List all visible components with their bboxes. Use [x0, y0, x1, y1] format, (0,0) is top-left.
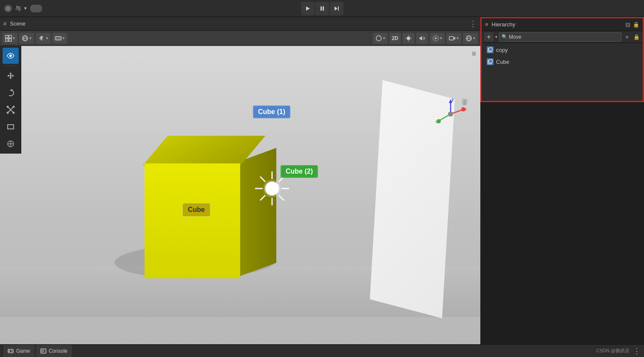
- svg-line-36: [260, 195, 265, 200]
- copy-cube-icon: [487, 46, 494, 53]
- svg-marker-0: [306, 6, 310, 11]
- game-tab-label: Game: [16, 348, 30, 354]
- svg-point-75: [11, 351, 12, 352]
- svg-rect-25: [449, 37, 454, 40]
- hierarchy-expand-icon[interactable]: ⊟: [625, 21, 630, 28]
- toolbar-audio-btn[interactable]: [416, 33, 428, 44]
- tool-rotate[interactable]: [3, 85, 19, 101]
- step-button[interactable]: [330, 2, 343, 15]
- svg-text:Y: Y: [435, 120, 438, 124]
- hierarchy-list: copy Cube: [482, 43, 643, 101]
- svg-rect-8: [9, 39, 11, 41]
- tool-move[interactable]: [3, 68, 19, 84]
- hierarchy-dropdown-arrow[interactable]: ▾: [495, 34, 497, 39]
- svg-point-54: [9, 54, 12, 57]
- toolbar-globe-btn[interactable]: ▾: [463, 33, 478, 44]
- cube2-label: Cube (2): [281, 165, 318, 178]
- toolbar-effects-btn[interactable]: ▾: [430, 33, 445, 44]
- hierarchy-lock-icon[interactable]: 🔒: [633, 22, 639, 28]
- console-tab-label: Console: [49, 348, 68, 354]
- toolbar-grid-btn[interactable]: ▾: [19, 33, 34, 44]
- play-button[interactable]: [301, 2, 315, 15]
- tool-rect[interactable]: [3, 119, 19, 135]
- svg-point-22: [435, 37, 437, 39]
- scene-title: Scene: [10, 20, 26, 27]
- scene-viewport[interactable]: Cube Cube (1) Cube (2) Z X Y: [0, 46, 480, 344]
- scene-panel: # Scene ⋮ ▾ ▾: [0, 17, 480, 344]
- hierarchy-header: ≡ Hierarchy ⊟ 🔒: [482, 18, 643, 31]
- svg-point-62: [12, 112, 14, 114]
- game-tab[interactable]: Game: [3, 345, 34, 357]
- svg-text:X: X: [464, 107, 467, 111]
- svg-marker-3: [335, 6, 338, 11]
- svg-rect-63: [8, 125, 14, 129]
- account-dropdown[interactable]: ▾: [24, 6, 27, 11]
- svg-point-58: [6, 112, 9, 114]
- cloud-icon[interactable]: [30, 5, 42, 12]
- account-icon[interactable]: ⊙: [4, 5, 12, 12]
- cube1-label: Cube (1): [253, 106, 290, 118]
- pause-button[interactable]: [315, 2, 329, 15]
- cube-label: Cube: [183, 203, 210, 216]
- svg-rect-6: [9, 35, 11, 38]
- scene-more-button[interactable]: ⋮: [469, 19, 477, 29]
- svg-point-56: [12, 106, 14, 108]
- svg-rect-2: [323, 6, 324, 11]
- tool-scale[interactable]: [3, 102, 19, 118]
- svg-line-33: [260, 177, 265, 182]
- tool-eye[interactable]: [3, 48, 19, 64]
- hierarchy-title: Hierarchy: [492, 21, 623, 28]
- bottom-bar: Game Console CSDN @鹏易灵 ⋮: [0, 344, 644, 357]
- svg-rect-1: [321, 6, 322, 11]
- toolbar-transform-btn[interactable]: ▾: [36, 33, 51, 44]
- scene-gizmo[interactable]: Z X Y: [434, 97, 468, 131]
- watermark: CSDN @鹏易灵: [596, 348, 630, 354]
- svg-text:Z: Z: [451, 98, 454, 102]
- svg-point-47: [448, 111, 453, 117]
- top-bar: ⊙ 与 ▾: [0, 0, 644, 17]
- hierarchy-toolbar: + ▾ 🔍 × 🔒: [482, 31, 643, 43]
- console-tab[interactable]: Console: [36, 345, 72, 357]
- toolbar-snap-btn[interactable]: ▾: [52, 33, 67, 44]
- hierarchy-panel: ≡ Hierarchy ⊟ 🔒 + ▾ 🔍 × 🔒 copy: [480, 17, 644, 102]
- svg-point-60: [6, 106, 9, 108]
- svg-rect-7: [6, 39, 8, 41]
- nav-arrow-right[interactable]: <: [480, 191, 480, 199]
- bottom-more-button[interactable]: ⋮: [633, 346, 641, 356]
- svg-point-37: [265, 182, 279, 195]
- svg-rect-5: [6, 35, 8, 38]
- search-icon: 🔍: [502, 34, 508, 40]
- svg-point-74: [11, 350, 12, 351]
- copy-item-label: copy: [496, 47, 508, 53]
- hierarchy-lock-button[interactable]: 🔒: [633, 33, 640, 41]
- svg-rect-4: [338, 6, 339, 11]
- toolbar-view-btn[interactable]: ▾: [3, 33, 17, 44]
- hierarchy-clear-search-button[interactable]: ×: [623, 33, 631, 41]
- cube-item-icon: [487, 58, 494, 65]
- svg-rect-68: [489, 48, 492, 51]
- svg-point-17: [407, 37, 410, 40]
- cube-item-label: Cube: [496, 59, 509, 65]
- tool-transform[interactable]: [3, 136, 19, 152]
- hierarchy-item-copy[interactable]: copy: [482, 44, 643, 56]
- svg-line-34: [279, 195, 284, 200]
- console-icon: [40, 348, 46, 354]
- svg-rect-70: [489, 60, 492, 63]
- toolbar-light-btn[interactable]: [403, 33, 414, 44]
- toolbar-circle-btn[interactable]: ▾: [373, 33, 388, 44]
- playback-controls: [301, 0, 343, 17]
- viewport-more-button[interactable]: ≡: [471, 49, 476, 58]
- scene-header: # Scene ⋮: [0, 17, 480, 31]
- game-icon: [8, 348, 14, 354]
- left-toolbar: [0, 46, 21, 154]
- toolbar-2d-btn[interactable]: 2D: [389, 33, 401, 44]
- svg-rect-49: [463, 101, 466, 105]
- toolbar-camera-btn[interactable]: ▾: [446, 33, 461, 44]
- scene-toolbar: ▾ ▾ ▾ ▾: [0, 31, 480, 46]
- lt-divider-1: [4, 66, 17, 66]
- hierarchy-search-input[interactable]: [499, 32, 621, 42]
- hierarchy-item-cube[interactable]: Cube: [482, 56, 643, 68]
- svg-point-16: [376, 36, 381, 41]
- hierarchy-add-button[interactable]: +: [484, 32, 494, 42]
- cube-front-face: [145, 163, 240, 278]
